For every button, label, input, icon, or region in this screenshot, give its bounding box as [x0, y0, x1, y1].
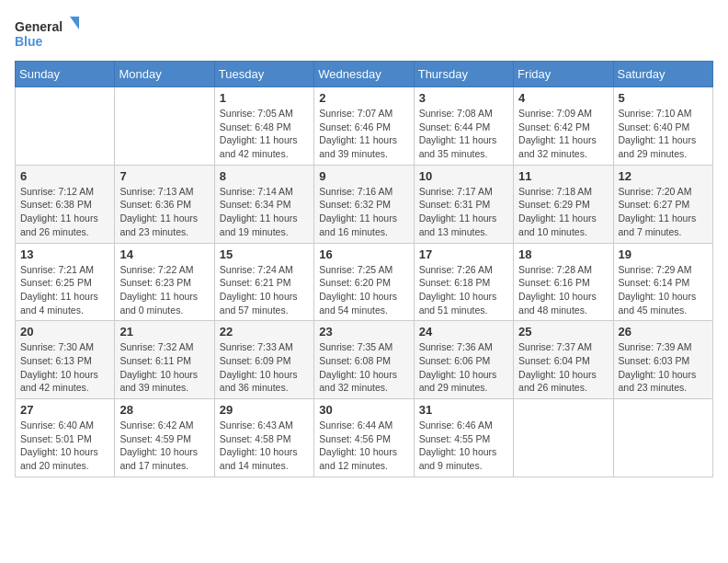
calendar-cell: 7Sunrise: 7:13 AM Sunset: 6:36 PM Daylig… [115, 165, 214, 243]
day-info: Sunrise: 7:24 AM Sunset: 6:21 PM Dayligh… [220, 263, 309, 317]
weekday-header-saturday: Saturday [613, 62, 712, 87]
day-number: 24 [419, 325, 508, 339]
day-info: Sunrise: 7:22 AM Sunset: 6:23 PM Dayligh… [119, 263, 209, 317]
logo-svg: General Blue [15, 15, 79, 52]
day-number: 8 [220, 169, 309, 183]
calendar-cell: 26Sunrise: 7:39 AM Sunset: 6:03 PM Dayli… [613, 321, 712, 399]
day-info: Sunrise: 7:37 AM Sunset: 6:04 PM Dayligh… [518, 340, 608, 395]
day-number: 10 [419, 169, 508, 183]
calendar-cell: 30Sunrise: 6:44 AM Sunset: 4:56 PM Dayli… [314, 399, 414, 477]
calendar-cell: 21Sunrise: 7:32 AM Sunset: 6:11 PM Dayli… [115, 321, 214, 399]
calendar-cell: 18Sunrise: 7:28 AM Sunset: 6:16 PM Dayli… [514, 243, 613, 321]
weekday-header-friday: Friday [514, 62, 613, 87]
day-info: Sunrise: 7:14 AM Sunset: 6:34 PM Dayligh… [220, 185, 309, 239]
day-info: Sunrise: 7:29 AM Sunset: 6:14 PM Dayligh… [619, 263, 708, 317]
calendar-cell: 27Sunrise: 6:40 AM Sunset: 5:01 PM Dayli… [16, 399, 115, 477]
weekday-header-wednesday: Wednesday [314, 62, 414, 87]
calendar-table: SundayMondayTuesdayWednesdayThursdayFrid… [15, 61, 713, 477]
day-info: Sunrise: 7:26 AM Sunset: 6:18 PM Dayligh… [419, 263, 508, 317]
day-number: 15 [220, 247, 309, 261]
calendar-cell [16, 87, 115, 166]
calendar-cell: 2Sunrise: 7:07 AM Sunset: 6:46 PM Daylig… [314, 87, 414, 166]
day-number: 12 [619, 169, 708, 183]
logo: General Blue [15, 15, 79, 52]
day-number: 6 [20, 169, 109, 183]
day-number: 21 [119, 325, 209, 339]
day-number: 2 [319, 91, 408, 105]
calendar-cell [115, 87, 214, 166]
calendar-week-2: 6Sunrise: 7:12 AM Sunset: 6:38 PM Daylig… [16, 165, 713, 243]
calendar-cell: 24Sunrise: 7:36 AM Sunset: 6:06 PM Dayli… [414, 321, 513, 399]
weekday-header-row: SundayMondayTuesdayWednesdayThursdayFrid… [16, 62, 713, 87]
day-number: 5 [619, 91, 708, 105]
weekday-header-monday: Monday [115, 62, 214, 87]
day-info: Sunrise: 7:07 AM Sunset: 6:46 PM Dayligh… [319, 107, 408, 161]
svg-marker-2 [70, 17, 79, 29]
weekday-header-tuesday: Tuesday [214, 62, 313, 87]
calendar-cell: 10Sunrise: 7:17 AM Sunset: 6:31 PM Dayli… [414, 165, 513, 243]
weekday-header-sunday: Sunday [16, 62, 115, 87]
day-info: Sunrise: 7:30 AM Sunset: 6:13 PM Dayligh… [20, 340, 109, 395]
day-number: 11 [518, 169, 608, 183]
calendar-week-1: 1Sunrise: 7:05 AM Sunset: 6:48 PM Daylig… [16, 87, 713, 166]
calendar-cell [514, 399, 613, 477]
day-info: Sunrise: 7:35 AM Sunset: 6:08 PM Dayligh… [319, 340, 408, 395]
day-info: Sunrise: 7:12 AM Sunset: 6:38 PM Dayligh… [20, 185, 109, 239]
day-number: 29 [220, 403, 309, 417]
day-info: Sunrise: 6:40 AM Sunset: 5:01 PM Dayligh… [20, 419, 109, 473]
calendar-cell: 25Sunrise: 7:37 AM Sunset: 6:04 PM Dayli… [514, 321, 613, 399]
calendar-cell: 15Sunrise: 7:24 AM Sunset: 6:21 PM Dayli… [214, 243, 313, 321]
day-info: Sunrise: 7:21 AM Sunset: 6:25 PM Dayligh… [20, 263, 109, 317]
calendar-week-5: 27Sunrise: 6:40 AM Sunset: 5:01 PM Dayli… [16, 399, 713, 477]
day-info: Sunrise: 7:36 AM Sunset: 6:06 PM Dayligh… [419, 340, 508, 395]
day-info: Sunrise: 6:42 AM Sunset: 4:59 PM Dayligh… [119, 419, 209, 473]
day-number: 13 [20, 247, 109, 261]
calendar-cell: 3Sunrise: 7:08 AM Sunset: 6:44 PM Daylig… [414, 87, 513, 166]
calendar-cell: 11Sunrise: 7:18 AM Sunset: 6:29 PM Dayli… [514, 165, 613, 243]
calendar-cell: 8Sunrise: 7:14 AM Sunset: 6:34 PM Daylig… [214, 165, 313, 243]
day-info: Sunrise: 7:05 AM Sunset: 6:48 PM Dayligh… [220, 107, 309, 161]
day-info: Sunrise: 7:10 AM Sunset: 6:40 PM Dayligh… [619, 107, 708, 161]
calendar-cell: 23Sunrise: 7:35 AM Sunset: 6:08 PM Dayli… [314, 321, 414, 399]
day-info: Sunrise: 7:33 AM Sunset: 6:09 PM Dayligh… [220, 340, 309, 395]
calendar-cell: 29Sunrise: 6:43 AM Sunset: 4:58 PM Dayli… [214, 399, 313, 477]
day-info: Sunrise: 7:18 AM Sunset: 6:29 PM Dayligh… [518, 185, 608, 239]
calendar-cell: 20Sunrise: 7:30 AM Sunset: 6:13 PM Dayli… [16, 321, 115, 399]
calendar-cell: 14Sunrise: 7:22 AM Sunset: 6:23 PM Dayli… [115, 243, 214, 321]
calendar-cell: 4Sunrise: 7:09 AM Sunset: 6:42 PM Daylig… [514, 87, 613, 166]
calendar-cell: 22Sunrise: 7:33 AM Sunset: 6:09 PM Dayli… [214, 321, 313, 399]
day-number: 1 [220, 91, 309, 105]
day-info: Sunrise: 7:32 AM Sunset: 6:11 PM Dayligh… [119, 340, 209, 395]
day-info: Sunrise: 6:43 AM Sunset: 4:58 PM Dayligh… [220, 419, 309, 473]
day-number: 7 [119, 169, 209, 183]
day-number: 16 [319, 247, 408, 261]
day-number: 18 [518, 247, 608, 261]
day-info: Sunrise: 7:13 AM Sunset: 6:36 PM Dayligh… [119, 185, 209, 239]
day-number: 4 [518, 91, 608, 105]
day-number: 22 [220, 325, 309, 339]
day-info: Sunrise: 7:28 AM Sunset: 6:16 PM Dayligh… [518, 263, 608, 317]
calendar-cell: 1Sunrise: 7:05 AM Sunset: 6:48 PM Daylig… [214, 87, 313, 166]
day-number: 17 [419, 247, 508, 261]
day-number: 3 [419, 91, 508, 105]
calendar-cell: 13Sunrise: 7:21 AM Sunset: 6:25 PM Dayli… [16, 243, 115, 321]
day-info: Sunrise: 7:08 AM Sunset: 6:44 PM Dayligh… [419, 107, 508, 161]
day-number: 26 [619, 325, 708, 339]
calendar-cell: 5Sunrise: 7:10 AM Sunset: 6:40 PM Daylig… [613, 87, 712, 166]
day-number: 30 [319, 403, 408, 417]
day-number: 28 [119, 403, 209, 417]
svg-text:Blue: Blue [15, 34, 43, 49]
day-info: Sunrise: 6:44 AM Sunset: 4:56 PM Dayligh… [319, 419, 408, 473]
calendar-cell: 9Sunrise: 7:16 AM Sunset: 6:32 PM Daylig… [314, 165, 414, 243]
svg-text:General: General [15, 19, 63, 34]
calendar-cell: 16Sunrise: 7:25 AM Sunset: 6:20 PM Dayli… [314, 243, 414, 321]
calendar-cell: 12Sunrise: 7:20 AM Sunset: 6:27 PM Dayli… [613, 165, 712, 243]
day-info: Sunrise: 7:17 AM Sunset: 6:31 PM Dayligh… [419, 185, 508, 239]
calendar-week-3: 13Sunrise: 7:21 AM Sunset: 6:25 PM Dayli… [16, 243, 713, 321]
calendar-week-4: 20Sunrise: 7:30 AM Sunset: 6:13 PM Dayli… [16, 321, 713, 399]
calendar-cell: 17Sunrise: 7:26 AM Sunset: 6:18 PM Dayli… [414, 243, 513, 321]
day-info: Sunrise: 7:09 AM Sunset: 6:42 PM Dayligh… [518, 107, 608, 161]
day-info: Sunrise: 7:16 AM Sunset: 6:32 PM Dayligh… [319, 185, 408, 239]
day-number: 23 [319, 325, 408, 339]
page-header: General Blue [15, 15, 713, 52]
